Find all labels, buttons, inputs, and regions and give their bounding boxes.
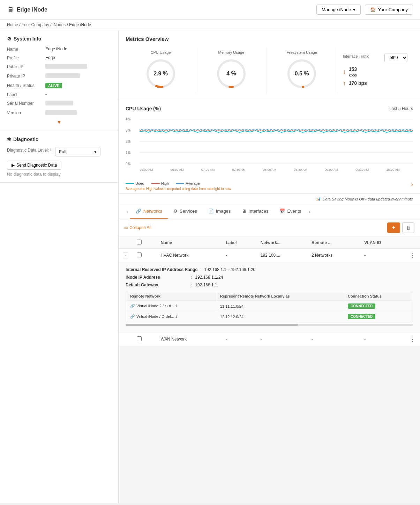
add-network-button[interactable]: + (387, 222, 400, 233)
chart-title: CPU Usage (%) (126, 106, 161, 111)
chart-expand-icon[interactable]: › (411, 181, 413, 188)
chevron-down-icon: ▾ (353, 7, 355, 12)
manage-inode-button[interactable]: Manage iNode ▾ (316, 5, 361, 15)
send-diagnostic-button[interactable]: ▶ Send Diagnostic Data (7, 161, 61, 170)
system-info-title: ⚙ System Info (7, 36, 111, 42)
breadcrumb: Home / Your Company / iNodes / Edge iNod… (0, 20, 420, 30)
chart-footer: Used High Average Average and High value… (126, 178, 413, 191)
company-button[interactable]: 🏠 Your Company (365, 5, 413, 15)
metrics-title: Metrics Overview (126, 36, 413, 42)
header-left: 🖥 Edge iNode (7, 6, 47, 13)
cpu-metric-card: CPU Usage 2.9 % (126, 47, 196, 94)
images-icon: 📄 (208, 208, 214, 214)
public-ip-row: Public IP (7, 64, 111, 70)
tab-images[interactable]: 📄 Images (203, 204, 237, 219)
remote-network-row-1: 🔗 Virtual iNode 2 / ⊙ d... ℹ 11.11.11.0/… (127, 301, 412, 311)
tabs-section: ‹ 🔗 Networks ⚙ Services 📄 Images 🖥 Inter… (119, 204, 420, 346)
breadcrumb-home[interactable]: Home (7, 22, 18, 27)
hvac-remote: 2 Networks (307, 249, 360, 262)
cpu-label: CPU Usage (128, 50, 193, 54)
select-all-checkbox[interactable] (137, 240, 142, 244)
high-line-icon (151, 183, 160, 184)
chevron-down-icon: ▾ (94, 149, 97, 154)
page-title: Edge iNode (17, 7, 47, 13)
svg-text:1%: 1% (126, 151, 131, 155)
tab-next-button[interactable]: › (307, 205, 313, 219)
remote-networks-table: Remote Network Represent Remote Network … (126, 291, 413, 322)
breadcrumb-company[interactable]: Your Company (22, 22, 49, 27)
inode-ip-row: iNode IP Address : 192.168.1.1/24 (126, 275, 413, 280)
horizontal-scrollbar[interactable] (126, 324, 413, 326)
virtual-inode2-icon: 🔗 (130, 304, 135, 308)
traffic-label: Interface Traffic (343, 54, 369, 58)
remote-network-row-2: 🔗 Virtual iNode / ⊙ def... ℹ 12.12.12.0/… (127, 312, 412, 321)
services-icon: ⚙ (173, 208, 178, 214)
diagnostic-icon: ✱ (7, 137, 11, 142)
remote1-info-icon[interactable]: ℹ (175, 304, 177, 308)
wan-checkbox[interactable] (137, 336, 142, 341)
no-data-label: No diagnostic data to display (7, 172, 111, 177)
virtual-inode-icon: 🔗 (130, 314, 135, 319)
interface-select[interactable]: eth0 (384, 53, 407, 62)
svg-text:08:30 AM: 08:30 AM (294, 168, 307, 171)
hvac-more-button[interactable]: ⋮ (410, 252, 416, 259)
hvac-vlan: - (360, 249, 405, 262)
traffic-card: Interface Traffic eth0 ↓ 153kbps ↑ 170 b (337, 50, 413, 92)
tab-events[interactable]: 📅 Events (274, 204, 307, 219)
hvac-name: HVAC Network (156, 249, 222, 262)
hvac-collapse-button[interactable]: - (123, 252, 128, 258)
system-info-section: ⚙ System Info Name Edge iNode Profile Ed… (0, 30, 118, 131)
tab-services[interactable]: ⚙ Services (168, 204, 203, 219)
delete-network-button[interactable]: 🗑 (402, 222, 414, 233)
collapse-all-button[interactable]: ▭ Collapse All (124, 225, 151, 230)
filesystem-gauge: 0.5 % (286, 58, 317, 89)
svg-text:08:00 AM: 08:00 AM (263, 168, 276, 171)
used-line-icon (126, 183, 134, 184)
hvac-checkbox[interactable] (137, 252, 142, 257)
hvac-label: - (222, 249, 256, 262)
wan-more-button[interactable]: ⋮ (410, 336, 416, 343)
table-body: - HVAC Network - 192.168.... 2 Networks … (119, 249, 420, 346)
chart-header: CPU Usage (%) Last 5 Hours (126, 106, 413, 111)
chart-note: Average and High values computed using d… (126, 187, 231, 191)
serial-row: Serial Number (7, 101, 111, 107)
svg-text:2%: 2% (126, 140, 131, 144)
events-icon: 📅 (279, 208, 285, 214)
expand-arrow[interactable]: ▼ (7, 119, 111, 125)
tab-networks[interactable]: 🔗 Networks (130, 204, 168, 219)
svg-text:07:00 AM: 07:00 AM (201, 168, 215, 171)
version-row: Version (7, 110, 111, 116)
scroll-thumb (126, 324, 298, 326)
chart-subtitle: Last 5 Hours (389, 106, 413, 111)
download-arrow-icon: ↓ (343, 68, 346, 75)
svg-text:4%: 4% (126, 117, 131, 121)
wan-remote: - (307, 332, 360, 346)
download-row: ↓ 153kbps (343, 66, 407, 78)
networks-toolbar: ▭ Collapse All + 🗑 (119, 219, 420, 237)
tab-prev-button[interactable]: ‹ (124, 205, 130, 219)
networks-table: Name Label Network... Remote ... VLAN ID… (119, 237, 420, 346)
svg-text:10:00 AM: 10:00 AM (387, 168, 400, 171)
download-value: 153kbps (349, 66, 357, 78)
right-panel: Metrics Overview CPU Usage 2.9 % Mem (119, 30, 420, 503)
header-right: Manage iNode ▾ 🏠 Your Company (316, 5, 413, 15)
table-row: - HVAC Network - 192.168.... 2 Networks … (119, 249, 420, 262)
interfaces-icon: 🖥 (242, 208, 246, 214)
breadcrumb-inodes[interactable]: iNodes (53, 22, 66, 27)
remote2-status-badge: CONNECTED (348, 314, 375, 319)
tab-interfaces[interactable]: 🖥 Interfaces (236, 204, 274, 219)
upload-arrow-icon: ↑ (343, 80, 346, 87)
label-row: Label - (7, 92, 111, 97)
diagnostic-controls: Diagnostic Data Level: ℹ Full ▾ (7, 147, 111, 156)
wan-label: - (222, 332, 256, 346)
profile-row: Profile Edge (7, 55, 111, 60)
chart-svg: 4% 3% 2% 1% 0% 06:00 AM 06:30 AM 07:00 A… (126, 116, 413, 171)
tabs-nav: ‹ 🔗 Networks ⚙ Services 📄 Images 🖥 Inter… (119, 204, 420, 219)
inode-icon: 🖥 (7, 6, 13, 13)
diagnostic-level-select[interactable]: Full ▾ (55, 147, 100, 156)
networks-content: ▭ Collapse All + 🗑 Name Label (119, 219, 420, 346)
breadcrumb-current: Edge iNode (69, 22, 91, 27)
legend-average: Average (176, 181, 200, 185)
remote2-info-icon[interactable]: ℹ (175, 314, 177, 319)
wan-network-row: WAN Network - - - - ⋮ (119, 332, 420, 346)
